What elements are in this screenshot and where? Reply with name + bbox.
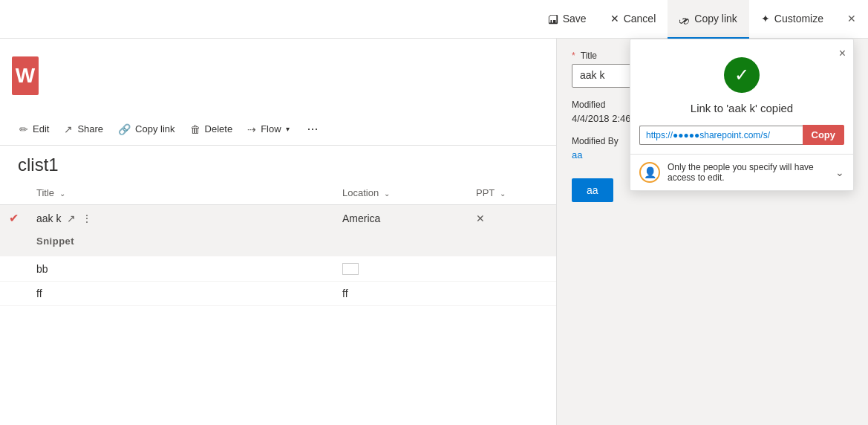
- action-bar-copy-link-button[interactable]: 🔗 Copy link: [111, 119, 182, 140]
- dialog-link-input[interactable]: [639, 126, 803, 145]
- flow-dropdown-icon: ▾: [286, 125, 290, 133]
- row-actions: ↗ ⋮: [67, 212, 92, 224]
- row-check-cell-2: [0, 256, 27, 282]
- access-icon: 👤: [639, 162, 660, 183]
- share-button[interactable]: ↗ Share: [56, 119, 111, 140]
- more-button[interactable]: ···: [300, 117, 326, 141]
- flow-icon: ⇢: [247, 123, 256, 135]
- panel-save-button[interactable]: aa: [572, 178, 613, 202]
- row-more-icon[interactable]: ⋮: [82, 212, 92, 224]
- dialog-title: Link to 'aak k' copied: [630, 102, 853, 114]
- copy-link-button[interactable]: Copy link: [668, 0, 749, 39]
- row-ppt-cell: ✕: [467, 205, 556, 232]
- row-ppt-cell-3: [467, 282, 556, 306]
- action-bar: ✏ Edit ↗ Share 🔗 Copy link 🗑 Delete ⇢ Fl…: [0, 113, 556, 146]
- dialog-copy-button[interactable]: Copy: [803, 125, 845, 145]
- row-location-cell-2: [333, 256, 467, 282]
- row-title-cell-3: ff: [27, 282, 333, 306]
- dialog-close-button[interactable]: ×: [839, 47, 846, 60]
- cancel-label: Cancel: [624, 13, 656, 25]
- top-right-actions: Save ✕ Cancel Copy link ✦ Customize ✕: [536, 0, 868, 39]
- access-text: Only the people you specify will have ac…: [668, 162, 816, 183]
- access-chevron-icon: ⌄: [835, 166, 844, 178]
- required-star: *: [572, 51, 575, 61]
- flow-button[interactable]: ⇢ Flow ▾: [240, 119, 296, 140]
- row-location-cell: America: [333, 205, 467, 232]
- row-title-value: aak k: [36, 212, 61, 224]
- table-row: bb: [0, 256, 556, 282]
- copy-link-dialog: × ✓ Link to 'aak k' copied Copy 👤 Only t…: [630, 39, 854, 191]
- action-bar-copy-link-icon: 🔗: [118, 123, 131, 135]
- title-column-header[interactable]: Title ⌄: [27, 181, 333, 205]
- location-column-header[interactable]: Location ⌄: [333, 181, 467, 205]
- copy-link-label: Copy link: [694, 13, 737, 25]
- success-checkmark: ✓: [734, 65, 749, 85]
- row-ppt-cell-2: [467, 256, 556, 282]
- snippet-badge: Snippet: [36, 236, 74, 247]
- save-label: Save: [563, 13, 587, 25]
- copy-link-icon: [679, 13, 690, 25]
- ppt-header-label: PPT: [476, 187, 495, 198]
- title-label-text: Title: [581, 51, 597, 61]
- top-toolbar: Save ✕ Cancel Copy link ✦ Customize ✕: [0, 0, 868, 39]
- access-person-icon: 👤: [644, 166, 656, 178]
- panel-close-button[interactable]: ✕: [835, 0, 868, 39]
- row-check-icon[interactable]: ✔: [9, 212, 19, 224]
- share-icon: ↗: [64, 123, 73, 135]
- row-check-cell-3: [0, 282, 27, 306]
- checkbox-header: [0, 181, 27, 205]
- row-ppt-x-icon[interactable]: ✕: [476, 212, 485, 224]
- logo-box: W: [12, 56, 39, 95]
- delete-button[interactable]: 🗑 Delete: [183, 119, 241, 140]
- snippet-row: Snippet: [0, 232, 556, 256]
- cancel-button[interactable]: ✕ Cancel: [598, 0, 668, 39]
- list-title: clist1: [0, 146, 556, 181]
- save-button[interactable]: Save: [536, 0, 598, 39]
- location-header-label: Location: [342, 187, 379, 198]
- app-logo: W: [0, 39, 50, 113]
- row-title-cell: aak k ↗ ⋮: [27, 205, 333, 232]
- flow-label: Flow: [261, 123, 281, 134]
- title-sort-icon: ⌄: [59, 189, 65, 198]
- dialog-success-icon: ✓: [724, 57, 760, 93]
- table-row: ff ff: [0, 282, 556, 306]
- share-label: Share: [77, 123, 103, 134]
- location-sort-icon: ⌄: [384, 189, 390, 198]
- dialog-link-row: Copy: [630, 125, 853, 154]
- ppt-sort-icon: ⌄: [500, 189, 506, 198]
- customize-button[interactable]: ✦ Customize: [749, 0, 835, 39]
- table-row: ✔ aak k ↗ ⋮ America: [0, 205, 556, 232]
- dialog-access-row[interactable]: 👤 Only the people you specify will have …: [630, 154, 853, 190]
- row-check-cell: ✔: [0, 205, 27, 232]
- edit-button[interactable]: ✏ Edit: [12, 119, 56, 140]
- customize-icon: ✦: [761, 13, 770, 25]
- edit-label: Edit: [33, 123, 49, 134]
- panel-close-icon: ✕: [847, 13, 856, 25]
- row-location-cell-3: ff: [333, 282, 467, 306]
- delete-label: Delete: [205, 123, 233, 134]
- customize-label: Customize: [774, 13, 823, 25]
- cancel-icon: ✕: [610, 13, 619, 25]
- list-table: Title ⌄ Location ⌄ PPT ⌄: [0, 181, 556, 306]
- action-bar-copy-link-label: Copy link: [135, 123, 174, 134]
- row-share-icon[interactable]: ↗: [67, 212, 76, 224]
- title-header-label: Title: [36, 187, 54, 198]
- left-panel: W ✏ Edit ↗ Share 🔗 Copy link 🗑 Delete ⇢: [0, 39, 556, 425]
- save-icon: [548, 13, 558, 25]
- delete-icon: 🗑: [190, 123, 200, 135]
- logo-letter: W: [16, 64, 35, 88]
- list-area: clist1 Title ⌄ Location ⌄: [0, 146, 556, 306]
- row-title-cell-2: bb: [27, 256, 333, 282]
- dialog-access-left: 👤 Only the people you specify will have …: [639, 162, 816, 183]
- ppt-column-header[interactable]: PPT ⌄: [467, 181, 556, 205]
- edit-icon: ✏: [19, 123, 28, 135]
